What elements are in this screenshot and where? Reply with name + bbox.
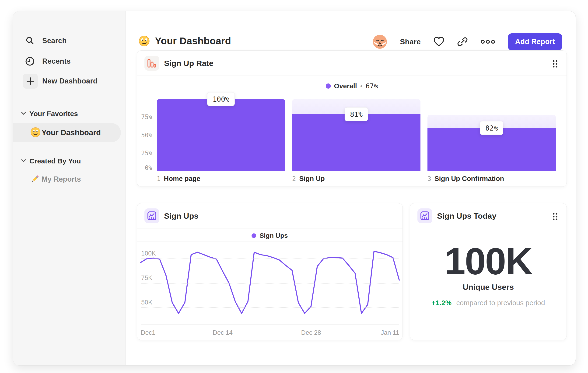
delta-percent: +1.2% [431, 299, 452, 307]
chevron-down-icon [21, 111, 26, 116]
sidebar-item-label: Recents [42, 57, 71, 66]
clock-icon [25, 56, 35, 66]
grid-line [141, 307, 399, 308]
section-label: Your Favorites [29, 110, 78, 118]
delta-note: compared to previous period [456, 299, 545, 307]
sign-ups-today-card: Sign Ups Today 100K Unique Users +1.2% c… [410, 203, 567, 340]
add-report-button[interactable]: Add Report [508, 33, 562, 50]
drag-handle-icon[interactable] [552, 60, 558, 69]
heart-icon[interactable] [433, 37, 444, 47]
more-options-icon[interactable] [480, 39, 495, 45]
line-chart-icon [417, 208, 432, 223]
sidebar-section-created-by-you[interactable]: Created By You [13, 155, 126, 167]
sidebar-item-recents[interactable]: Recents [13, 54, 126, 69]
funnel-bars-icon [144, 56, 159, 71]
x-axis-tick: Dec1 [141, 329, 155, 336]
sidebar-item-my-reports[interactable]: My Reports [13, 172, 126, 186]
legend-dot-icon [252, 233, 256, 238]
sidebar-item-label: New Dashboard [42, 77, 97, 85]
funnel-step-label: 3Sign Up Confirmation [428, 175, 504, 182]
sidebar-item-new-dashboard[interactable]: New Dashboard [13, 74, 126, 89]
grid-line [141, 259, 399, 259]
sidebar-item-label: Search [42, 37, 67, 45]
funnel-bar [292, 114, 420, 171]
funnel-value-chip: 82% [480, 121, 503, 135]
link-icon[interactable] [457, 36, 468, 47]
sign-ups-card: Sign Ups Sign Ups 100K75K50K Dec1Dec 14D… [137, 203, 403, 340]
x-axis-tick: Jan 11 [381, 329, 399, 336]
line-chart[interactable]: 100K75K50K [141, 243, 399, 324]
divider [137, 228, 402, 229]
funnel-step-label: 1Home page [157, 175, 200, 182]
funnel-chart[interactable]: 75%50%25%0%100%1Home page81%2Sign Up82%3… [157, 99, 556, 171]
stat-subtitle: Unique Users [410, 282, 567, 292]
grid-line [141, 283, 399, 283]
funnel-step[interactable]: 82%3Sign Up Confirmation [428, 99, 556, 171]
legend-separator: • [360, 82, 362, 90]
funnel-bar [157, 99, 285, 171]
y-axis-tick: 50% [141, 132, 152, 139]
section-label: Created By You [29, 157, 81, 165]
divider [137, 76, 567, 76]
funnel-value-chip: 81% [345, 107, 368, 121]
legend-label: Overall [334, 82, 357, 90]
legend-label: Sign Ups [260, 232, 288, 239]
drag-handle-icon[interactable] [552, 212, 558, 222]
share-button[interactable]: Share [400, 38, 421, 46]
x-axis-line [141, 324, 399, 325]
card-title: Sign Ups [164, 203, 198, 229]
line-legend: Sign Ups [137, 231, 402, 241]
y-axis-tick: 100K [141, 250, 156, 259]
card-title: Sign Ups Today [437, 203, 496, 229]
sidebar-item-search[interactable]: Search [13, 33, 126, 48]
funnel-step[interactable]: 100%1Home page [157, 99, 285, 171]
card-header: Sign Ups Today [410, 203, 567, 229]
app-window: Search Recents New Dashboard Your Favori… [13, 11, 576, 365]
sign-up-rate-card: Sign Up Rate Overall • 67% 75%50%25%0%10… [137, 50, 567, 187]
legend-dot-icon [326, 83, 331, 89]
funnel-step[interactable]: 81%2Sign Up [292, 99, 420, 171]
x-axis-tick: Dec 14 [213, 329, 233, 336]
card-header: Sign Ups [137, 203, 402, 229]
stat-delta: +1.2% compared to previous period [410, 299, 567, 307]
x-axis-tick: Dec 28 [301, 329, 321, 336]
sidebar: Search Recents New Dashboard Your Favori… [13, 11, 126, 365]
card-header: Sign Up Rate [137, 50, 567, 76]
card-title: Sign Up Rate [164, 50, 213, 76]
pencil-emoji [30, 174, 40, 184]
sidebar-section-your-favorites[interactable]: Your Favorites [13, 108, 126, 120]
y-axis-tick: 0% [145, 164, 152, 171]
sidebar-item-label: Your Dashboard [42, 128, 101, 137]
funnel-value-chip: 100% [207, 92, 235, 106]
search-icon [25, 36, 35, 46]
funnel-step-label: 2Sign Up [292, 175, 325, 182]
stat-value: 100K [410, 239, 567, 283]
smiley-emoji [139, 35, 150, 47]
y-axis-tick: 50K [141, 299, 152, 307]
sidebar-item-label: My Reports [42, 175, 81, 183]
smiley-emoji [30, 127, 41, 138]
y-axis-tick: 75% [141, 113, 152, 121]
y-axis-tick: 25% [141, 150, 152, 157]
sidebar-item-your-dashboard[interactable]: Your Dashboard [13, 123, 121, 142]
page-title: Your Dashboard [139, 33, 231, 49]
funnel-legend: Overall • 67% [137, 81, 567, 91]
y-axis-tick: 75K [141, 274, 152, 283]
line-chart-icon [144, 208, 159, 223]
chevron-down-icon [21, 159, 26, 164]
avatar[interactable] [372, 34, 387, 49]
divider [137, 242, 402, 242]
plus-icon [23, 74, 38, 89]
legend-value: 67% [366, 82, 378, 90]
